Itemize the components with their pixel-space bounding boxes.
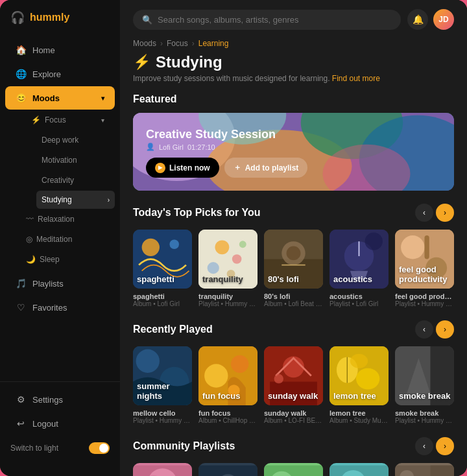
community-nav: ‹ › (415, 437, 454, 455)
focus-icon: ⚡ (31, 115, 41, 125)
favorites-icon: ♡ (16, 302, 26, 313)
community-prev-button[interactable]: ‹ (415, 437, 433, 455)
card-smoke[interactable]: smoke break smoke break Playlist • Hummy… (395, 346, 454, 424)
sidebar-item-moods[interactable]: 😊 Moods ▾ (5, 86, 115, 110)
notification-bell[interactable]: 🔔 (407, 9, 428, 30)
card-summer[interactable]: summer nights mellow cello Playlist • Hu… (133, 346, 192, 424)
card-spaghetti[interactable]: spaghetti spaghetti Album • Lofi Girl (133, 230, 192, 307)
svg-point-42 (356, 368, 379, 390)
sidebar-item-settings[interactable]: ⚙ Settings (5, 388, 115, 411)
studying-label: Studying (42, 195, 72, 204)
card-studysession[interactable]: study session (198, 463, 257, 476)
sidebar-item-focus[interactable]: ⚡ Focus ▾ (26, 110, 115, 130)
card-mint[interactable]: mint sprigs (329, 463, 389, 476)
moods-icon: 😊 (16, 93, 26, 103)
card-sub: Album • LO-FI BEATS (264, 417, 323, 424)
svg-point-13 (208, 262, 219, 274)
card-trainride[interactable]: train ride (395, 463, 454, 476)
page-title: Studying (156, 53, 222, 71)
card-lemon[interactable]: lemon tree lemon tree Album • Study Musi… (329, 346, 389, 424)
sidebar-item-relaxation[interactable]: 〰 Relaxation (26, 209, 115, 229)
top-picks-prev-button[interactable]: ‹ (415, 204, 433, 222)
sidebar-item-sleep[interactable]: 🌙 Sleep (26, 250, 115, 269)
card-sub: Album • Study Music Lofi (329, 417, 389, 424)
relaxation-icon: 〰 (26, 215, 34, 224)
card-name: 80's lofi (264, 292, 323, 300)
recently-played-next-button[interactable]: › (436, 320, 454, 339)
card-sunday[interactable]: sunday walk sunday walk Album • LO-FI BE… (264, 346, 323, 424)
logo-icon: 🎧 (10, 10, 25, 25)
sidebar-item-meditation[interactable]: ◎ Meditation (26, 230, 115, 249)
featured-content: Creative Study Session 👤 Lofi Girl 01:27… (146, 128, 441, 178)
svg-point-26 (401, 235, 424, 259)
breadcrumb-focus[interactable]: Focus (167, 39, 188, 48)
card-feelgood[interactable]: feel good productivity feel good product… (395, 230, 454, 307)
breadcrumb-sep2: › (192, 39, 195, 48)
card-name: spaghetti (133, 292, 192, 300)
svg-point-11 (215, 240, 229, 254)
card-name: sunday walk (264, 409, 323, 417)
sidebar-item-favorites[interactable]: ♡ Favorites (5, 296, 115, 319)
svg-rect-28 (425, 235, 429, 259)
mint-thumb-svg (329, 463, 389, 476)
listen-now-button[interactable]: ▶ Listen now (146, 158, 219, 178)
top-picks-nav: ‹ › (415, 204, 454, 222)
featured-card[interactable]: Creative Study Session 👤 Lofi Girl 01:27… (133, 113, 454, 191)
card-playground[interactable]: playground (264, 463, 323, 476)
sidebar-item-logout[interactable]: ↩ Logout (5, 412, 115, 435)
svg-point-43 (350, 354, 368, 368)
card-lofi[interactable]: 80's lofi 80's lofi Album • Lofi Beat St… (264, 230, 323, 307)
sidebar-item-deepwork[interactable]: Deep work (36, 130, 115, 150)
deepwork-label: Deep work (42, 136, 78, 145)
sidebar-item-creativity[interactable]: Creativity (36, 171, 115, 190)
recently-played-header: Recently Played ‹ › (133, 320, 454, 339)
sidebar-item-explore[interactable]: 🌐 Explore (5, 62, 115, 86)
motivation-label: Motivation (42, 156, 77, 165)
sidebar-item-studying[interactable]: Studying › (36, 191, 115, 209)
theme-toggle[interactable] (89, 442, 110, 454)
card-label: tranquility (202, 274, 243, 285)
topbar-icons: 🔔 JD (407, 9, 454, 30)
switch-label: Switch to light (10, 444, 58, 453)
logout-icon: ↩ (16, 418, 26, 429)
avatar[interactable]: JD (433, 9, 454, 30)
find-out-more-link[interactable]: Find out more (332, 74, 380, 83)
featured-card-meta: 👤 Lofi Girl 01:27:10 (146, 143, 441, 151)
card-icecream[interactable]: ice cream (133, 463, 192, 476)
svg-rect-53 (264, 466, 323, 476)
add-to-playlist-button[interactable]: ＋ Add to playlist (224, 158, 308, 178)
page-icon: ⚡ (133, 54, 150, 71)
search-bar[interactable]: 🔍 (133, 10, 401, 30)
recently-played-prev-button[interactable]: ‹ (415, 320, 433, 339)
card-funfocus[interactable]: fun focus fun focus Album • ChillHop Mus… (198, 346, 257, 424)
sidebar-item-motivation[interactable]: Motivation (36, 150, 115, 170)
breadcrumb-sep1: › (160, 39, 163, 48)
svg-point-9 (169, 239, 179, 249)
sidebar-item-home[interactable]: 🏠 Home (5, 38, 115, 62)
breadcrumb-moods[interactable]: Moods (133, 39, 156, 48)
recently-played-row: summer nights mellow cello Playlist • Hu… (133, 346, 454, 424)
card-sub: Album • Lofi Beat Study (264, 300, 323, 307)
theme-switch-row: Switch to light (0, 436, 120, 460)
top-picks-title: Today's Top Picks for You (133, 207, 260, 219)
card-label: sunday walk (268, 391, 318, 401)
home-icon: 🏠 (16, 45, 26, 55)
card-sub: Playlist • Hummy Official (198, 300, 257, 307)
content-area: Moods › Focus › Learning ⚡ Studying Impr… (120, 39, 467, 476)
community-next-button[interactable]: › (436, 437, 454, 455)
moods-submenu: ⚡ Focus ▾ Deep work Motivation Creativit… (0, 110, 120, 269)
meditation-label: Meditation (36, 235, 72, 244)
card-tranquility[interactable]: tranquility tranquility Playlist • Hummy… (198, 230, 257, 307)
sidebar-item-playlists[interactable]: 🎵 Playlists (5, 272, 115, 295)
meditation-icon: ◎ (26, 235, 32, 244)
top-picks-next-button[interactable]: › (436, 204, 454, 222)
playlists-icon: 🎵 (16, 278, 26, 289)
community-header: Community Playlists ‹ › (133, 437, 454, 455)
card-acoustics[interactable]: acoustics acoustics Playlist • Lofi Girl (329, 230, 389, 307)
card-label: feel good productivity (399, 265, 454, 285)
search-input[interactable] (158, 15, 392, 25)
svg-point-30 (136, 350, 160, 373)
community-row: ice cream study session (133, 463, 454, 476)
sidebar-item-label: Moods (32, 93, 60, 103)
studysession-thumb-svg (198, 463, 257, 476)
